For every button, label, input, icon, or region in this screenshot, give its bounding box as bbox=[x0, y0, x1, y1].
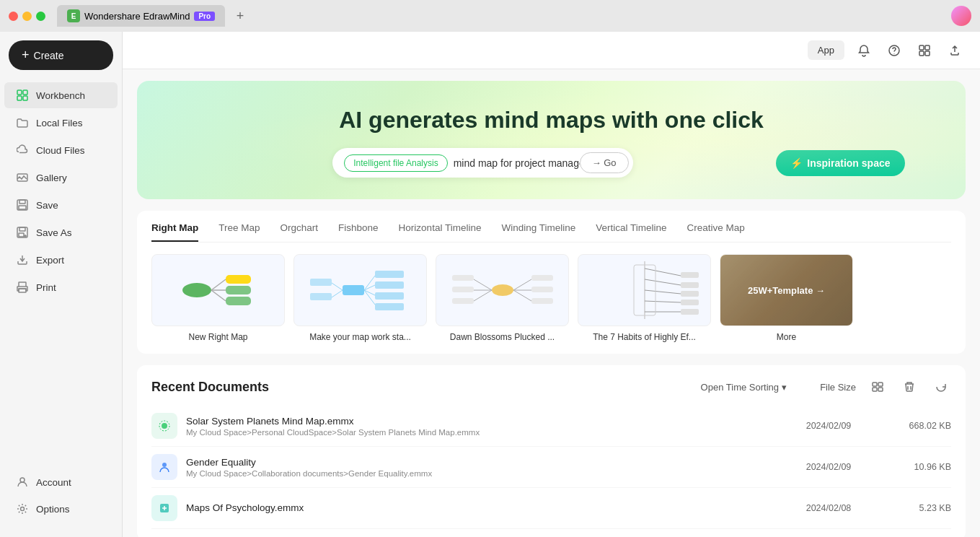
svg-point-14 bbox=[21, 507, 25, 511]
doc-size-gender: 10.96 KB bbox=[879, 462, 951, 472]
export-icon bbox=[16, 253, 29, 266]
hero-banner: AI generates mind maps with one click In… bbox=[137, 81, 966, 199]
plus-icon: + bbox=[22, 48, 30, 63]
svg-rect-65 bbox=[873, 383, 877, 386]
new-right-map-label: New Right Map bbox=[151, 332, 285, 342]
svg-line-57 bbox=[645, 301, 681, 302]
doc-name-solar: Solar System Planets Mind Map.emmx bbox=[186, 416, 778, 427]
new-right-map-preview bbox=[151, 254, 285, 326]
template-card-7-habits[interactable]: The 7 Habits of Highly Ef... bbox=[578, 254, 711, 342]
account-label: Account bbox=[36, 477, 71, 488]
svg-line-46 bbox=[474, 290, 492, 301]
sidebar-item-gallery[interactable]: Gallery bbox=[4, 165, 118, 191]
svg-rect-39 bbox=[310, 293, 332, 300]
template-card-make-work[interactable]: Make your map work sta... bbox=[293, 254, 427, 342]
sidebar-item-workbench[interactable]: Workbench bbox=[4, 82, 118, 108]
sidebar-item-export[interactable]: Export bbox=[4, 247, 118, 273]
tab-bar: E Wondershare EdrawMind Pro + bbox=[57, 5, 250, 27]
tab-tree-map[interactable]: Tree Map bbox=[218, 222, 260, 242]
grid-view-icon[interactable] bbox=[914, 40, 935, 61]
tab-creative-map[interactable]: Creative Map bbox=[687, 222, 745, 242]
delete-button[interactable] bbox=[899, 377, 919, 397]
search-input[interactable] bbox=[454, 157, 580, 169]
doc-list: Solar System Planets Mind Map.emmx My Cl… bbox=[151, 406, 951, 529]
dawn-blossoms-preview bbox=[436, 254, 569, 326]
svg-rect-47 bbox=[531, 275, 553, 281]
doc-size-solar: 668.02 KB bbox=[879, 421, 951, 431]
make-work-preview bbox=[293, 254, 427, 326]
svg-rect-16 bbox=[919, 45, 924, 50]
svg-rect-0 bbox=[17, 90, 22, 95]
sidebar-item-save-as[interactable]: Save As bbox=[4, 219, 118, 245]
svg-rect-11 bbox=[19, 282, 26, 287]
svg-rect-59 bbox=[681, 272, 699, 278]
avatar[interactable] bbox=[951, 6, 971, 26]
7-habits-preview bbox=[578, 254, 711, 326]
maximize-button[interactable] bbox=[36, 12, 45, 21]
svg-line-36 bbox=[332, 283, 343, 290]
go-button[interactable]: → Go bbox=[580, 152, 629, 173]
sidebar-item-local-files[interactable]: Local Files bbox=[4, 110, 118, 136]
doc-path-gender: My Cloud Space>Collaboration documents>G… bbox=[186, 469, 778, 478]
tab-horizontal-timeline[interactable]: Horizontal Timeline bbox=[399, 222, 482, 242]
content-area: AI generates mind maps with one click In… bbox=[123, 69, 980, 537]
refresh-button[interactable] bbox=[931, 377, 951, 397]
sidebar-item-account[interactable]: Account bbox=[4, 469, 118, 495]
sidebar-item-options[interactable]: Options bbox=[4, 496, 118, 522]
svg-point-71 bbox=[162, 463, 167, 467]
cloud-files-label: Cloud Files bbox=[36, 145, 85, 156]
tab-orgchart[interactable]: Orgchart bbox=[281, 222, 319, 242]
more-preview: 25W+Template → bbox=[720, 254, 853, 326]
recent-section: Recent Documents Open Time Sorting ▾ Fil… bbox=[137, 365, 966, 537]
new-tab-button[interactable]: + bbox=[231, 6, 250, 25]
search-tag[interactable]: Intelligent file Analysis bbox=[344, 154, 447, 172]
notification-icon[interactable] bbox=[853, 40, 875, 61]
sidebar-item-cloud-files[interactable]: Cloud Files bbox=[4, 137, 118, 163]
pro-badge: Pro bbox=[194, 12, 215, 21]
help-icon[interactable] bbox=[883, 40, 905, 61]
svg-rect-25 bbox=[226, 286, 251, 294]
local-files-label: Local Files bbox=[36, 118, 83, 128]
sidebar-item-save[interactable]: Save bbox=[4, 192, 118, 218]
doc-date-gender: 2024/02/09 bbox=[778, 462, 879, 472]
app-button[interactable]: App bbox=[808, 40, 844, 60]
inspiration-button[interactable]: ⚡ Inspiration space bbox=[776, 150, 904, 176]
tab-winding-timeline[interactable]: Winding Timeline bbox=[501, 222, 575, 242]
recent-controls: Open Time Sorting ▾ File Size bbox=[701, 377, 951, 397]
title-bar-right bbox=[951, 6, 971, 26]
svg-rect-63 bbox=[681, 309, 699, 315]
minimize-button[interactable] bbox=[22, 12, 32, 21]
template-section: Right Map Tree Map Orgchart Fishbone Hor… bbox=[137, 211, 966, 354]
upload-icon[interactable] bbox=[944, 40, 966, 61]
tab-fishbone[interactable]: Fishbone bbox=[338, 222, 379, 242]
svg-rect-34 bbox=[375, 292, 404, 300]
sort-button[interactable]: Open Time Sorting ▾ bbox=[701, 382, 787, 393]
template-card-new-right-map[interactable]: New Right Map bbox=[151, 254, 285, 342]
tab-right-map[interactable]: Right Map bbox=[151, 222, 198, 242]
app-tab[interactable]: E Wondershare EdrawMind Pro bbox=[57, 5, 225, 27]
doc-item-gender-equality[interactable]: Gender Equality My Cloud Space>Collabora… bbox=[151, 447, 951, 488]
svg-rect-38 bbox=[310, 279, 332, 286]
sidebar-item-print[interactable]: Print bbox=[4, 274, 118, 300]
doc-name-psychology: Maps Of Psychology.emmx bbox=[186, 502, 778, 513]
cloud-icon bbox=[16, 144, 29, 157]
svg-rect-32 bbox=[375, 271, 404, 278]
sort-label: Open Time Sorting bbox=[701, 382, 779, 393]
doc-item-solar-system[interactable]: Solar System Planets Mind Map.emmx My Cl… bbox=[151, 406, 951, 447]
template-cards: New Right Map bbox=[151, 254, 951, 342]
tab-vertical-timeline[interactable]: Vertical Timeline bbox=[596, 222, 666, 242]
close-button[interactable] bbox=[9, 12, 18, 21]
svg-rect-50 bbox=[452, 275, 474, 281]
svg-rect-17 bbox=[925, 45, 930, 50]
list-view-button[interactable] bbox=[868, 377, 888, 397]
create-button[interactable]: + Create bbox=[9, 40, 113, 70]
svg-rect-67 bbox=[873, 388, 877, 391]
doc-path-solar: My Cloud Space>Personal CloudSpace>Solar… bbox=[186, 428, 778, 437]
template-card-more[interactable]: 25W+Template → More bbox=[720, 254, 853, 342]
template-card-dawn-blossoms[interactable]: Dawn Blossoms Plucked ... bbox=[436, 254, 569, 342]
doc-item-psychology[interactable]: Maps Of Psychology.emmx 2024/02/08 5.23 … bbox=[151, 488, 951, 529]
traffic-lights bbox=[9, 12, 45, 21]
grid-icon bbox=[16, 89, 29, 102]
make-work-label: Make your map work sta... bbox=[293, 332, 427, 342]
svg-rect-19 bbox=[925, 51, 930, 56]
